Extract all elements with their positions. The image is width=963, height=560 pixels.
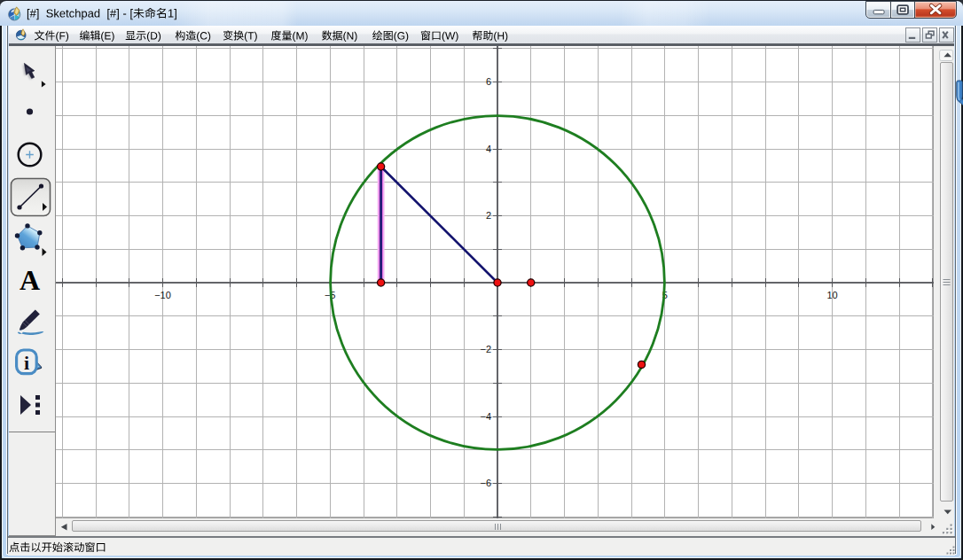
svg-text:A: A	[20, 264, 40, 296]
svg-text:10: 10	[826, 290, 837, 300]
svg-text:−4: −4	[480, 411, 491, 422]
svg-text:−2: −2	[480, 344, 491, 354]
svg-text:4: 4	[486, 144, 491, 154]
svg-text:−6: −6	[480, 478, 491, 488]
svg-text:i: i	[24, 352, 29, 374]
svg-text:−10: −10	[154, 290, 171, 300]
svg-text:6: 6	[486, 76, 491, 87]
svg-text:2: 2	[486, 210, 491, 221]
